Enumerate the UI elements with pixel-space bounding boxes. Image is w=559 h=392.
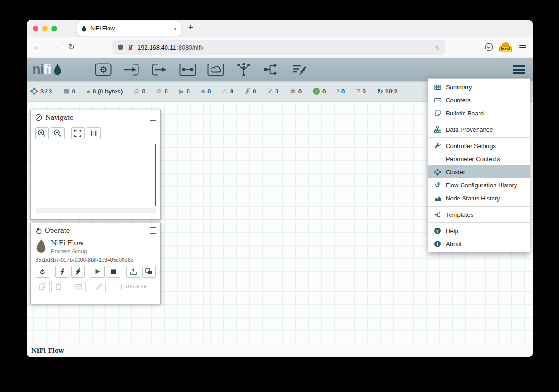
browser-window: NiFi Flow × + ← → ↻ 192.168.40.11 :8080/… [27, 20, 533, 357]
menu-item-cluster[interactable]: Cluster [428, 165, 530, 178]
menu-item-parameter-contexts[interactable]: Parameter Contexts [428, 152, 530, 165]
extension-button[interactable]: local [501, 42, 511, 52]
refresh-icon[interactable]: ↻ [377, 88, 383, 95]
create-template-icon [145, 268, 152, 275]
menu-item-bulletin-board[interactable]: Bulletin Board [428, 107, 530, 120]
close-window-button[interactable] [33, 26, 38, 31]
data-provenance-icon [434, 126, 441, 133]
status-not-transmitting: ⊘ 0 [157, 88, 168, 95]
process-group-icon[interactable] [179, 63, 196, 77]
url-host: 192.168.40.11 [138, 44, 176, 51]
selection-type: Process Group [51, 249, 87, 254]
menu-divider [428, 206, 530, 207]
navigate-panel-header[interactable]: Navigate [31, 110, 160, 124]
zoom-window-button[interactable] [51, 26, 57, 31]
menu-item-counters[interactable]: 123 Counters [428, 93, 530, 107]
area-chart-icon [434, 195, 441, 202]
remote-process-group-icon[interactable] [207, 63, 224, 77]
menu-item-flow-configuration-history[interactable]: ↺ Flow Configuration History [428, 178, 530, 192]
enable-button[interactable] [55, 266, 69, 278]
upload-template-button[interactable] [126, 266, 140, 278]
stop-button[interactable] [107, 266, 120, 278]
collapse-operate-button[interactable] [150, 227, 156, 234]
status-stopped: ■ 0 [201, 88, 211, 95]
template-icon[interactable] [263, 63, 280, 77]
firefox-menu-button[interactable] [519, 45, 526, 50]
component-toolbar [95, 63, 308, 77]
browser-tab[interactable]: NiFi Flow × [77, 21, 181, 36]
brush-icon [95, 283, 102, 290]
about-icon: i [434, 241, 441, 247]
menu-item-summary[interactable]: Summary [428, 80, 530, 93]
zoom-fit-button[interactable] [71, 127, 85, 139]
processor-icon[interactable] [95, 63, 112, 77]
stopped-icon: ■ [201, 88, 205, 94]
menu-item-about[interactable]: i About [428, 237, 530, 250]
locally-modified-and-stale-count: 0 [341, 88, 345, 95]
menu-item-help[interactable]: ? Help [428, 224, 530, 237]
refresh-status[interactable]: ↻ 10:2 [377, 88, 398, 95]
zoom-in-button[interactable] [35, 127, 49, 139]
running-icon: ▶ [179, 88, 184, 94]
breadcrumb-bar: NiFi Flow [27, 343, 533, 357]
status-running: ▶ 0 [179, 88, 190, 95]
nifi-logo: nifi [27, 62, 87, 77]
running-count: 0 [186, 88, 189, 95]
forward-button[interactable]: → [49, 43, 60, 51]
paste-button[interactable] [51, 281, 65, 292]
svg-text:123: 123 [435, 99, 439, 101]
breadcrumb[interactable]: NiFi Flow [31, 347, 64, 354]
pocket-icon[interactable] [485, 43, 493, 51]
stop-icon [111, 269, 116, 274]
create-template-button[interactable] [142, 266, 156, 278]
menu-item-node-status-history[interactable]: Node Status History [428, 192, 530, 205]
shield-icon[interactable] [117, 44, 123, 51]
operate-panel-header[interactable]: Operate [31, 223, 160, 237]
navigate-panel: Navigate [30, 110, 161, 220]
status-connected-nodes: 3 / 3 [30, 87, 52, 95]
copy-icon [39, 283, 46, 290]
reload-button[interactable]: ↻ [66, 43, 77, 51]
delete-button[interactable]: DELETE [112, 281, 152, 292]
status-stale: ↑ 0 [313, 88, 326, 95]
status-up-to-date: ✓ 0 [267, 88, 278, 95]
menu-item-data-provenance[interactable]: Data Provenance [428, 123, 530, 136]
label-icon[interactable] [291, 63, 308, 77]
url-bar[interactable]: 192.168.40.11 :8080/nifi/ ☆ [112, 40, 445, 55]
collapse-navigate-button[interactable] [150, 114, 156, 121]
help-icon: ? [434, 228, 441, 234]
menu-item-label: Bulletin Board [446, 110, 484, 117]
zoom-out-button[interactable] [51, 127, 65, 139]
group-button[interactable] [72, 281, 86, 292]
birdseye-minimap[interactable] [36, 144, 156, 206]
input-port-icon[interactable] [123, 63, 140, 77]
zoom-actual-size-button[interactable] [87, 127, 101, 139]
transmitting-icon: ◎ [134, 88, 139, 94]
sync-failure-icon: ? [356, 88, 360, 94]
nifi-global-menu-button[interactable] [513, 65, 525, 74]
configuration-button[interactable]: ⚙ [36, 266, 49, 278]
tab-bar: NiFi Flow × + [27, 20, 533, 38]
new-tab-button[interactable]: + [188, 22, 193, 33]
bulletin-board-icon [434, 110, 441, 117]
status-queued: ≡ 0 (0 bytes) [87, 88, 123, 95]
queued-icon: ≡ [87, 88, 90, 94]
window-controls [33, 26, 57, 31]
close-tab-icon[interactable]: × [173, 25, 177, 32]
flow-drop-icon [36, 239, 47, 253]
gear-icon: ⚙ [39, 268, 45, 275]
menu-item-controller-settings[interactable]: Controller Settings [428, 139, 530, 152]
minimize-window-button[interactable] [42, 26, 48, 31]
output-port-icon[interactable] [151, 63, 168, 77]
bookmark-star-icon[interactable]: ☆ [434, 43, 440, 52]
insecure-lock-icon[interactable] [127, 44, 134, 51]
copy-button[interactable] [36, 281, 50, 292]
back-button[interactable]: ← [32, 43, 44, 51]
birdseye-strip [36, 208, 156, 213]
fill-color-button[interactable] [92, 281, 106, 292]
menu-item-templates[interactable]: Templates [428, 208, 530, 221]
delete-button-label: DELETE [125, 284, 147, 289]
disable-button[interactable] [71, 266, 85, 278]
funnel-icon[interactable] [235, 63, 252, 77]
start-button[interactable] [91, 266, 104, 278]
